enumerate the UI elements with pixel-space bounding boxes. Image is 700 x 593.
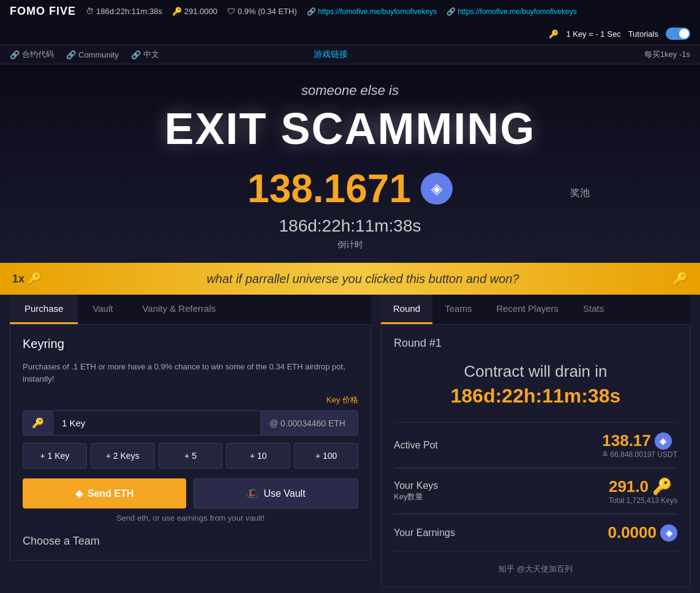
- left-tabs-container: Purchase Vault Vanity & Referrals: [10, 295, 371, 324]
- info-text: Purchases of .1 ETH or more have a 0.9% …: [23, 361, 358, 385]
- link-icon-1: 🔗: [307, 7, 316, 16]
- clock-icon: ⏱: [86, 7, 94, 16]
- eth-icon-btn: ◈: [75, 488, 83, 499]
- action-buttons: ◈ Send ETH 🎩 Use Vault: [23, 478, 358, 508]
- key-input-row: 🔑 @ 0.00034460 ETH: [23, 410, 358, 436]
- banner-multiplier: 1x 🔑: [12, 272, 41, 285]
- your-keys-right: 291.0 🔑 Total 1,725,413 Keys: [609, 477, 677, 505]
- key-icon-input: 🔑: [32, 417, 44, 429]
- active-pot-value-wrapper: 138.17 ◈ ≙ 66,848.00197 USDT: [602, 431, 677, 459]
- zhihu-note: 知乎 @大天使加百列: [394, 564, 677, 575]
- right-tab-content: Round #1 Contract will drain in 186d:22h…: [381, 324, 690, 587]
- active-pot-label: Active Pot: [394, 440, 438, 451]
- vault-icon: 🎩: [246, 488, 258, 499]
- tutorials-toggle[interactable]: [666, 28, 690, 40]
- inc-btn-100[interactable]: + 100: [294, 443, 358, 469]
- your-earnings-value: 0.0000 ◈: [608, 523, 677, 542]
- header-right: 🔑 1 Key = - 1 Sec Tutorials: [549, 28, 690, 40]
- use-vault-button[interactable]: 🎩 Use Vault: [194, 478, 358, 508]
- link-icon-2: 🔗: [446, 7, 456, 16]
- banner-end-icon: 🔑: [672, 271, 688, 286]
- hero-countdown: 186d:22h:11m:38s: [12, 216, 688, 236]
- drain-countdown: 186d:22h:11m:38s: [394, 385, 677, 407]
- drain-box: Contract will drain in 186d:22h:11m:38s: [394, 362, 677, 407]
- chinese-link[interactable]: 🔗 中文: [131, 49, 159, 60]
- active-pot-row: Active Pot 138.17 ◈ ≙ 66,848.00197 USDT: [394, 423, 677, 468]
- increment-buttons-row: + 1 Key + 2 Keys + 5 + 10 + 100: [23, 443, 358, 469]
- header: FOMO FIVE ⏱ 186d:22h:11m:38s 🔑 291.0000 …: [0, 0, 700, 45]
- tab-teams[interactable]: Teams: [432, 295, 484, 324]
- key-count-label: Key数量: [394, 491, 438, 502]
- inc-btn-10[interactable]: + 10: [226, 443, 290, 469]
- hero-main-title: EXIT SCAMMING: [12, 104, 688, 154]
- keys-stat: 🔑 291.0000: [172, 7, 217, 16]
- tab-purchase[interactable]: Purchase: [10, 295, 78, 324]
- hero-section: someone else is EXIT SCAMMING 138.1671 ◈…: [0, 64, 700, 263]
- main-content: Purchase Vault Vanity & Referrals Keyrin…: [0, 295, 700, 593]
- your-earnings-row: Your Earnings 0.0000 ◈: [394, 515, 677, 551]
- hero-eth-value: 138.1671: [247, 166, 411, 211]
- hero-countdown-label: 倒计时: [12, 240, 688, 251]
- tab-round[interactable]: Round: [381, 295, 432, 324]
- eth-icon-earnings: ◈: [660, 524, 677, 542]
- hero-pool-label: 奖池: [570, 187, 590, 200]
- drain-title: Contract will drain in: [394, 362, 677, 381]
- community-link-icon: 🔗: [66, 50, 76, 59]
- send-hint: Send eth, or use earnings from your vaul…: [23, 513, 358, 523]
- eth-diamond-icon: ◈: [421, 173, 453, 205]
- game-link: 游戏链接: [314, 49, 348, 60]
- community-link[interactable]: 🔗 Community: [66, 50, 119, 59]
- timer-stat: ⏱ 186d:22h:11m:38s: [86, 7, 162, 16]
- tab-vanity[interactable]: Vanity & Referrals: [127, 295, 230, 324]
- shield-icon: 🛡: [227, 7, 235, 16]
- tab-recent-players[interactable]: Recent Players: [484, 295, 571, 324]
- your-keys-label: Your Keys: [394, 480, 438, 491]
- choose-team-label: Choose a Team: [23, 535, 358, 548]
- hero-sub-text: someone else is: [12, 83, 688, 99]
- left-tab-bar: Purchase Vault Vanity & Referrals: [10, 295, 371, 324]
- active-pot-usdt: ≙ 66,848.00197 USDT: [602, 450, 677, 459]
- send-eth-button[interactable]: ◈ Send ETH: [23, 478, 186, 508]
- key-icon: 🔑: [172, 7, 182, 16]
- inc-btn-1key[interactable]: + 1 Key: [23, 443, 87, 469]
- key-quantity-input[interactable]: [53, 410, 260, 436]
- active-pot-value: 138.17 ◈: [602, 431, 677, 450]
- your-keys-row: Your Keys Key数量 291.0 🔑 Total 1,725,413 …: [394, 469, 677, 514]
- key-price-label: Key 价格: [23, 395, 358, 406]
- tab-vault[interactable]: Vault: [78, 295, 127, 324]
- right-panel: Round Teams Recent Players Stats Round #…: [381, 295, 690, 587]
- url2-link[interactable]: 🔗 https://fomofive.me/buyfomofivekeys: [446, 7, 576, 16]
- contract-link[interactable]: 🔗 合约代码: [10, 49, 54, 60]
- right-tab-bar: Round Teams Recent Players Stats: [381, 295, 690, 324]
- tab-stats[interactable]: Stats: [571, 295, 616, 324]
- left-panel: Purchase Vault Vanity & Referrals Keyrin…: [10, 295, 371, 587]
- banner-text: what if parrallel universe you clicked t…: [53, 272, 672, 286]
- inc-btn-5[interactable]: + 5: [159, 443, 223, 469]
- chinese-link-icon: 🔗: [131, 50, 141, 59]
- section-title: Keyring: [23, 337, 358, 351]
- eth-stat: 🛡 0.9% (0.34 ETH): [227, 7, 297, 16]
- left-tab-content: Keyring Purchases of .1 ETH or more have…: [10, 324, 371, 561]
- eth-icon-pot: ◈: [655, 432, 672, 450]
- key-count-value: 291.0 🔑: [609, 477, 677, 496]
- total-keys-note: Total 1,725,413 Keys: [609, 496, 677, 505]
- logo: FOMO FIVE: [10, 5, 76, 18]
- rule-label: 每买1key -1s: [644, 49, 690, 60]
- your-keys-left: Your Keys Key数量: [394, 480, 438, 502]
- key-icon-count: 🔑: [652, 477, 672, 496]
- your-earnings-label: Your Earnings: [394, 527, 455, 538]
- price-display: @ 0.00034460 ETH: [260, 410, 358, 436]
- key-icon-banner: 🔑: [28, 273, 41, 285]
- key-input-icon: 🔑: [23, 410, 53, 436]
- url1-link[interactable]: 🔗 https://fomofive.me/buyfomofivekeys: [307, 7, 437, 16]
- inc-btn-2keys[interactable]: + 2 Keys: [91, 443, 155, 469]
- sub-header: 🔗 合约代码 🔗 Community 🔗 中文 游戏链接 每买1key -1s: [0, 45, 700, 64]
- banner-bar[interactable]: 1x 🔑 what if parrallel universe you clic…: [0, 263, 700, 295]
- contract-link-icon: 🔗: [10, 50, 20, 59]
- key-rule-icon: 🔑: [549, 29, 559, 39]
- round-label: Round #1: [394, 337, 677, 350]
